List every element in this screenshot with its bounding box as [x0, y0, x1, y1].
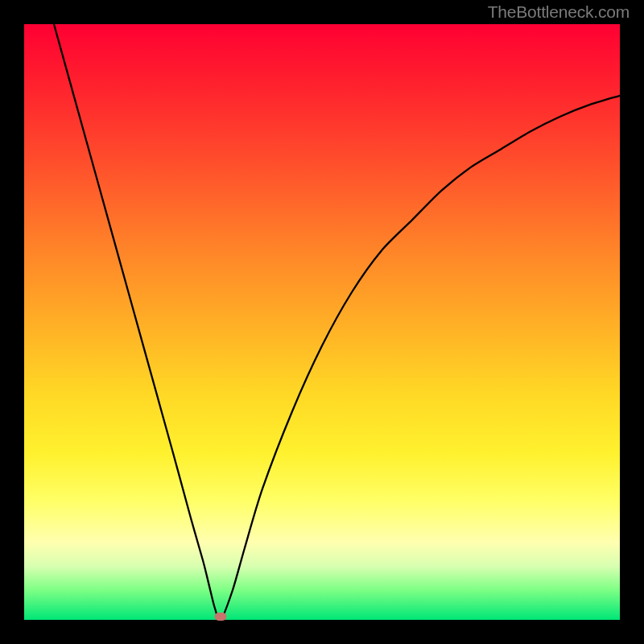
watermark-text: TheBottleneck.com	[488, 2, 630, 22]
bottleneck-curve	[54, 24, 620, 620]
chart-frame: TheBottleneck.com	[0, 0, 644, 644]
minimum-marker	[215, 613, 227, 621]
curve-svg	[24, 24, 620, 620]
plot-area	[24, 24, 620, 620]
